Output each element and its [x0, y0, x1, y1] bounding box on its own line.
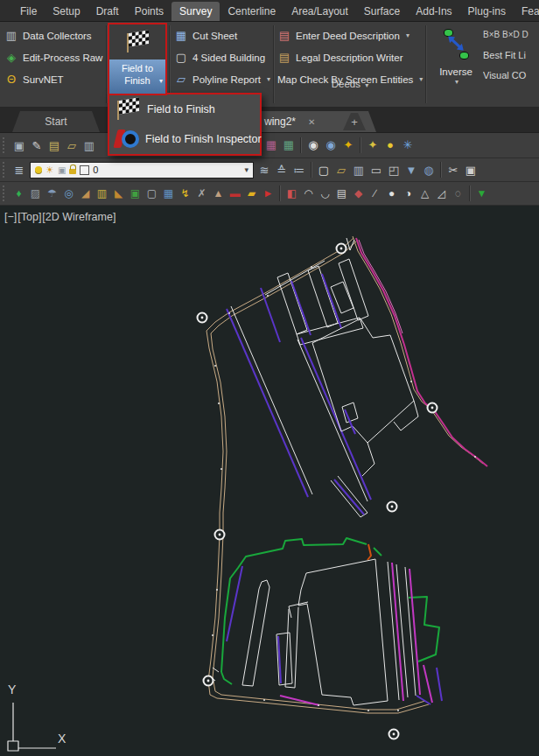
purple-long-mid[interactable] — [301, 338, 371, 500]
menu-tab-file[interactable]: File — [12, 2, 45, 21]
menu-tab-surface[interactable]: Surface — [356, 2, 408, 21]
path-magenta-right[interactable] — [356, 238, 487, 466]
draw-arc-up-icon[interactable]: ◠ — [300, 185, 317, 203]
column-a-right[interactable] — [253, 587, 270, 686]
cogo-tool-icon[interactable]: ◌ — [450, 185, 466, 203]
brush-icon[interactable]: ✎ — [28, 136, 46, 155]
page-point-icon[interactable]: ▤ — [333, 185, 350, 203]
layer-states-icon[interactable]: ≋ — [256, 161, 273, 179]
walker-icon[interactable]: ▲ — [210, 185, 227, 203]
column-a-left[interactable] — [242, 589, 259, 685]
layer-match-icon[interactable]: ≔ — [290, 161, 308, 179]
save-drawing-icon[interactable]: ▥ — [80, 136, 98, 155]
stockpile-icon[interactable]: ◣ — [110, 185, 127, 203]
inverse-button[interactable]: Inverse ▾ — [432, 26, 480, 107]
filter-funnel-icon[interactable]: ▼ — [473, 185, 490, 203]
toolbar-grip[interactable] — [3, 137, 7, 153]
ribbon-item-edit-process-raw[interactable]: ◈Edit-Process Raw — [2, 46, 107, 68]
close-tab-icon[interactable]: ✕ — [308, 117, 315, 127]
ribbon-item-data-collectors[interactable]: ▥Data Collectors — [2, 24, 107, 46]
green-corner[interactable] — [221, 672, 232, 684]
monitor-icon[interactable]: ▢ — [144, 185, 160, 203]
polyline-report-caret-icon[interactable]: ▾ — [267, 75, 270, 83]
ribbon-item-cut-sheet[interactable]: ▦Cut Sheet — [172, 24, 275, 46]
drawing-canvas[interactable] — [0, 206, 539, 756]
slope-tool-icon[interactable]: ◿ — [433, 185, 450, 203]
plot-icon[interactable]: ▭ — [368, 161, 385, 179]
best-fit-line-item[interactable]: Best Fit Li — [483, 50, 539, 70]
draw-arc-down-icon[interactable]: ◡ — [317, 185, 333, 203]
field-to-finish-button[interactable]: Field to Finish ▾ — [108, 23, 167, 95]
viewport-visual-style-control[interactable]: [2D Wireframe] — [42, 211, 116, 223]
open-drawing-icon[interactable]: ▱ — [63, 136, 80, 155]
lightning-icon[interactable]: ↯ — [177, 185, 193, 203]
layer-unlock-icon[interactable] — [69, 169, 76, 174]
layer-thaw-sun-icon[interactable]: ☀ — [46, 164, 54, 176]
field-to-finish-label[interactable]: Field to Finish ▾ — [109, 60, 165, 94]
tab-start[interactable]: Start — [12, 111, 100, 132]
flag-marker-icon[interactable]: ► — [260, 185, 276, 203]
menu-tab-add-ins[interactable]: Add-Ins — [408, 2, 459, 21]
drawing-area[interactable]: [−] [Top] [2D Wireframe] Y X — [0, 206, 539, 756]
ribbon-item-survnet[interactable]: ΘSurvNET — [2, 68, 107, 90]
layer-on-bulb-icon[interactable] — [35, 166, 42, 173]
viewport-minimize-control[interactable]: [−] — [4, 211, 17, 223]
plot-preview-icon[interactable]: ◰ — [385, 161, 402, 179]
bottom-magenta[interactable] — [280, 696, 319, 705]
path-tan-left-a[interactable] — [206, 238, 429, 713]
tail-purple[interactable] — [334, 480, 364, 514]
menu-item-field-to-finish-inspector[interactable]: Field to Finish Inspector — [109, 124, 260, 154]
light-wand-icon[interactable]: ✦ — [364, 136, 382, 154]
layer-color-swatch[interactable] — [80, 165, 89, 175]
white-long-mid[interactable] — [298, 340, 368, 501]
menu-tab-survey[interactable]: Survey — [172, 2, 220, 21]
white-long-left[interactable] — [231, 306, 312, 494]
menu-tab-setup[interactable]: Setup — [45, 2, 88, 21]
ext-magenta[interactable] — [424, 665, 432, 703]
eye-sphere-icon[interactable]: ◉ — [322, 136, 340, 154]
line-cross-icon[interactable]: ∕ — [367, 185, 383, 203]
web-icon[interactable]: ◍ — [420, 161, 438, 179]
dump-truck-icon[interactable]: ▰ — [243, 185, 260, 203]
ext-purple[interactable] — [437, 668, 442, 701]
ribbon-item-polyline-report[interactable]: ▱Polyline Report▾ — [172, 68, 275, 90]
edit-points-icon[interactable]: ◧ — [284, 185, 300, 203]
menu-item-field-to-finish[interactable]: Field to Finish — [109, 94, 260, 124]
pencil-point-icon[interactable]: ◆ — [350, 185, 367, 203]
purple-long-left[interactable] — [227, 309, 308, 497]
layer-previous-icon[interactable]: ≙ — [273, 161, 290, 179]
visual-cogo-item[interactable]: Visual CO — [483, 70, 539, 90]
folder-icon[interactable]: ▤ — [46, 136, 63, 155]
combo-dropdown-icon[interactable]: ▾ — [244, 165, 248, 174]
dropdown-caret-icon[interactable]: ▾ — [159, 75, 163, 88]
erase-a-icon[interactable]: ● — [383, 185, 400, 203]
render-eye-icon[interactable]: ◉ — [304, 136, 322, 154]
copy-object-icon[interactable]: ▣ — [127, 185, 144, 203]
qnew-icon[interactable]: ▢ — [315, 161, 332, 179]
ucs-origin-box[interactable] — [8, 741, 18, 751]
image-style-2-icon[interactable]: ▦ — [280, 136, 298, 154]
toolbar-grip[interactable] — [3, 162, 7, 178]
menu-tab-centerline[interactable]: Centerline — [220, 2, 284, 21]
scene-image-icon[interactable]: ▦ — [160, 185, 177, 203]
equipment-icon[interactable]: ▥ — [94, 185, 110, 203]
publish-icon[interactable]: ▼ — [402, 161, 420, 179]
new-drawing-icon[interactable]: ▣ — [10, 136, 28, 155]
inverse-caret-icon[interactable]: ▾ — [434, 78, 480, 86]
layer-combo[interactable]: ☀ ▣ 0 ▾ — [30, 162, 254, 178]
deeds-panel-label[interactable]: Deeds ▾ — [275, 79, 425, 89]
save-file-icon[interactable]: ▥ — [350, 161, 368, 179]
triangle-tool-icon[interactable]: △ — [416, 185, 433, 203]
toolbar-grip[interactable] — [3, 186, 7, 201]
ribbon-item-enter-deed-description[interactable]: ▤Enter Deed Description▾ — [275, 24, 425, 46]
column-a-cap[interactable] — [259, 580, 270, 589]
snowflake-icon[interactable]: ✳ — [399, 136, 416, 154]
menu-tab-plug-ins[interactable]: Plug-ins — [460, 2, 514, 21]
purple-left-lower[interactable] — [227, 566, 242, 641]
orange-tick[interactable] — [368, 544, 371, 560]
column-b-right[interactable] — [295, 607, 298, 688]
ribbon-item-4-sided-building[interactable]: ▢4 Sided Building — [172, 46, 275, 68]
ribbon-item-legal-description-writer[interactable]: ▤Legal Description Writer — [275, 46, 425, 68]
purple-prong-1[interactable] — [261, 288, 280, 342]
prong-3[interactable] — [339, 259, 368, 320]
